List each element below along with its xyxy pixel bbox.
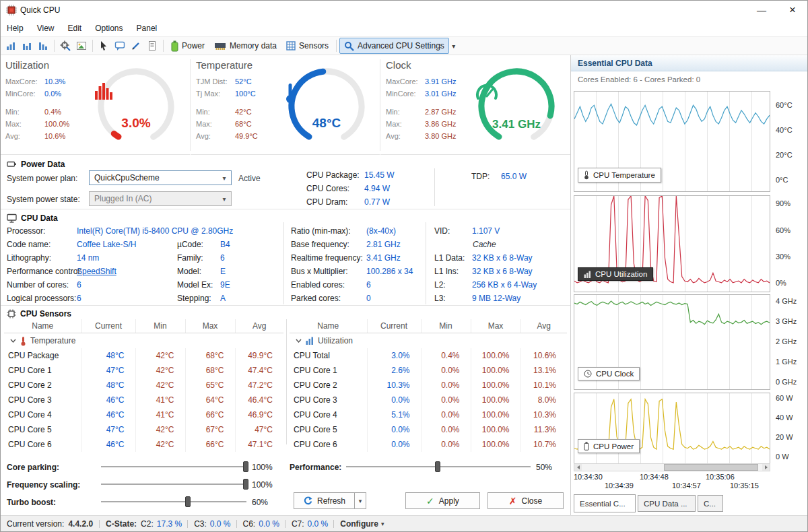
tab-cpu-data[interactable]: CPU Data ... bbox=[638, 495, 696, 512]
cpu-power-chart bbox=[574, 393, 770, 465]
memory-icon bbox=[214, 41, 226, 51]
sensor-row[interactable]: CPU Core 6 46°C 42°C 66°C 47.1°C bbox=[4, 437, 283, 452]
clock-title: Clock bbox=[386, 59, 411, 71]
clock-panel: Clock MaxCore:3.91 GHzMinCore:3.01 GHzMi… bbox=[380, 55, 570, 155]
menu-item[interactable]: Panel bbox=[130, 20, 164, 36]
slider-thumb[interactable] bbox=[243, 479, 248, 490]
sensor-row[interactable]: CPU Package 48°C 42°C 68°C 49.9°C bbox=[4, 348, 283, 363]
cache-row: L1 Data:32 KB x 6 8-Way bbox=[434, 251, 537, 265]
lithography-value: 14 nm bbox=[77, 253, 99, 263]
refresh-dropdown-button[interactable]: ▾ bbox=[354, 492, 366, 509]
speedshift-link[interactable]: SpeedShift bbox=[77, 267, 116, 276]
slider-thumb[interactable] bbox=[185, 496, 191, 507]
sensor-row[interactable]: CPU Core 3 46°C 41°C 64°C 46.4°C bbox=[4, 393, 283, 407]
utilization-bars-icon bbox=[584, 271, 591, 278]
cpu-data-row: Family:6 bbox=[177, 251, 230, 265]
stat-value: 10.3% bbox=[44, 77, 65, 86]
clock-gauge-value: 3.41 GHz bbox=[475, 118, 558, 131]
tab-essential-cpu-data[interactable]: Essential C... bbox=[574, 494, 636, 512]
sensor-row[interactable]: CPU Core 4 5.1% 0.0% 100.0% 10.3% bbox=[290, 407, 567, 422]
close-action-button[interactable]: ✗ Close bbox=[487, 492, 564, 509]
image-icon[interactable] bbox=[73, 38, 90, 53]
gear-search-icon[interactable] bbox=[57, 38, 73, 53]
cache-row: L1 Ins:32 KB x 6 8-Way bbox=[434, 265, 537, 278]
cpu-utilization-badge[interactable]: CPU Utilization bbox=[578, 267, 653, 281]
chart-large-icon[interactable] bbox=[35, 38, 51, 53]
cpu-power-badge[interactable]: CPU Power bbox=[578, 439, 640, 453]
apply-button[interactable]: ✓ Apply bbox=[405, 492, 480, 509]
sensor-row[interactable]: CPU Core 5 47°C 42°C 67°C 47°C bbox=[4, 422, 283, 437]
configure-menu[interactable]: Configure ▾ bbox=[340, 519, 384, 529]
temperature-group-header[interactable]: Temperature bbox=[5, 336, 283, 346]
minimize-button[interactable]: — bbox=[746, 0, 777, 20]
system-power-plan-select[interactable]: QuickCpuScheme ▾ bbox=[89, 170, 232, 185]
slider-thumb[interactable] bbox=[243, 461, 248, 472]
chart-horizontal-scrollbar[interactable] bbox=[574, 463, 770, 471]
tab-truncated[interactable]: C... bbox=[698, 495, 723, 512]
chevron-down-icon: ▾ bbox=[219, 174, 230, 182]
temperature-panel: Temperature TJM Dist:52°CTj Max:100°CMin… bbox=[191, 55, 380, 155]
close-button[interactable]: × bbox=[777, 0, 808, 20]
sensor-row[interactable]: CPU Core 4 46°C 41°C 66°C 46.9°C bbox=[4, 407, 283, 422]
active-label: Active bbox=[238, 174, 261, 183]
section-divider bbox=[426, 222, 426, 304]
power-row-value: 4.94 W bbox=[364, 184, 390, 193]
stat-row: Min:2.87 GHz bbox=[386, 106, 456, 118]
refresh-button[interactable]: Refresh bbox=[294, 492, 355, 509]
stat-label: MinCore: bbox=[5, 88, 44, 100]
sensor-row[interactable]: CPU Core 2 48°C 42°C 65°C 47.2°C bbox=[4, 378, 283, 393]
menu-item[interactable]: View bbox=[30, 20, 61, 36]
turbo-boost-slider[interactable] bbox=[101, 496, 246, 507]
sensor-row[interactable]: CPU Core 2 10.3% 0.0% 100.0% 10.1% bbox=[290, 378, 567, 393]
document-icon[interactable] bbox=[144, 38, 160, 53]
sensor-row[interactable]: CPU Core 6 0.0% 0.0% 100.0% 10.7% bbox=[290, 437, 567, 452]
advanced-dropdown-arrow[interactable]: ▾ bbox=[449, 38, 459, 53]
frequency-scaling-label: Frequency scaling: bbox=[7, 480, 80, 490]
cursor-icon[interactable] bbox=[96, 38, 112, 53]
utilization-group-header[interactable]: Utilization bbox=[290, 336, 566, 345]
status-separator bbox=[236, 520, 237, 528]
cstate-item: C7: 0.0 % bbox=[292, 519, 336, 529]
menu-item[interactable]: Help bbox=[0, 20, 30, 36]
power-label: Power bbox=[182, 41, 205, 51]
power-axis-labels: 60 W40 W20 W0 W bbox=[773, 393, 807, 463]
cstate-name: C7: bbox=[292, 519, 304, 529]
frequency-scaling-slider[interactable] bbox=[101, 479, 246, 490]
scrollbar-thumb[interactable] bbox=[664, 464, 758, 471]
slider-thumb[interactable] bbox=[435, 461, 440, 472]
core-parking-slider[interactable] bbox=[101, 461, 246, 472]
sensor-row[interactable]: CPU Core 1 2.6% 0.0% 100.0% 13.1% bbox=[290, 363, 567, 378]
stat-row: Max:100.0% bbox=[5, 118, 69, 130]
sensor-row[interactable]: CPU Core 5 0.0% 0.0% 100.0% 11.3% bbox=[290, 422, 567, 437]
power-button[interactable]: Power bbox=[166, 38, 209, 53]
stat-value: 10.6% bbox=[44, 132, 65, 140]
toolbar-separator bbox=[336, 40, 337, 52]
chart-small-icon[interactable] bbox=[3, 38, 19, 53]
chart-medium-icon[interactable] bbox=[19, 38, 35, 53]
menu-item[interactable]: Options bbox=[88, 20, 129, 36]
status-separator bbox=[99, 520, 100, 528]
performance-slider[interactable] bbox=[346, 461, 531, 472]
time-label: 10:35:06 bbox=[706, 473, 735, 481]
stat-row: Min:0.4% bbox=[5, 106, 69, 118]
cpu-clock-badge[interactable]: CPU Clock bbox=[578, 367, 640, 380]
menu-item[interactable]: Edit bbox=[61, 20, 88, 36]
scroll-right-arrow[interactable] bbox=[762, 464, 770, 471]
sensor-row[interactable]: CPU Core 1 47°C 42°C 68°C 47.4°C bbox=[4, 363, 283, 378]
memory-data-button[interactable]: Memory data bbox=[209, 38, 281, 53]
scroll-left-arrow[interactable] bbox=[574, 464, 582, 471]
system-power-state-select[interactable]: Plugged In (AC) ▾ bbox=[89, 191, 232, 206]
time-label: 10:34:30 bbox=[574, 473, 603, 481]
advanced-cpu-settings-button[interactable]: Advanced CPU Settings bbox=[339, 38, 449, 54]
stat-value: 3.01 GHz bbox=[425, 90, 456, 98]
sensors-button[interactable]: Sensors bbox=[281, 38, 333, 53]
chat-icon[interactable] bbox=[112, 38, 128, 53]
sensor-row[interactable]: CPU Total 3.0% 0.4% 100.0% 10.6% bbox=[290, 348, 567, 363]
status-separator bbox=[285, 520, 285, 528]
utilization-axis-labels: 90%60%30%0% bbox=[773, 195, 807, 291]
sensor-row[interactable]: CPU Core 3 0.0% 0.0% 100.0% 8.0% bbox=[290, 393, 567, 407]
section-divider bbox=[283, 222, 284, 304]
cpu-temperature-badge[interactable]: CPU Temperature bbox=[578, 168, 661, 182]
pen-icon[interactable] bbox=[128, 38, 144, 53]
performance-value: 50% bbox=[536, 463, 552, 472]
